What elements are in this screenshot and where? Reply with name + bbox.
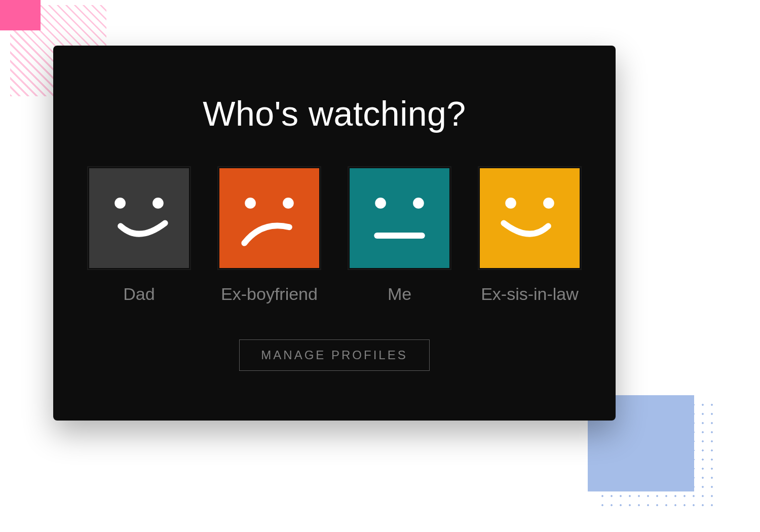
avatar-wrapper (348, 166, 451, 270)
avatar-wrapper (87, 166, 191, 270)
avatar-wrapper (217, 166, 321, 270)
profile-name-label: Me (388, 284, 411, 304)
neutral-face-icon (350, 168, 449, 268)
svg-point-3 (283, 198, 294, 209)
profile-item-ex-sis-in-law[interactable]: Ex-sis-in-law (478, 166, 582, 304)
avatar-wrapper (478, 166, 582, 270)
profile-name-label: Dad (123, 284, 155, 304)
svg-point-1 (153, 198, 164, 209)
svg-point-4 (375, 198, 386, 209)
profile-name-label: Ex-boyfriend (221, 284, 318, 304)
frown-face-icon (219, 168, 319, 268)
profile-item-ex-boyfriend[interactable]: Ex-boyfriend (217, 166, 321, 304)
svg-point-8 (543, 198, 554, 209)
profile-item-dad[interactable]: Dad (87, 166, 191, 304)
smile-face-icon (480, 168, 580, 268)
background-pink-square (0, 0, 41, 30)
svg-point-7 (505, 198, 516, 209)
svg-point-0 (115, 198, 126, 209)
smile-face-icon (89, 168, 189, 268)
profile-item-me[interactable]: Me (348, 166, 451, 304)
manage-profiles-button[interactable]: MANAGE PROFILES (239, 339, 429, 371)
profile-selector-card: Who's watching? Dad (53, 46, 616, 421)
svg-point-5 (413, 198, 424, 209)
profile-name-label: Ex-sis-in-law (481, 284, 579, 304)
svg-point-2 (245, 198, 256, 209)
profiles-row: Dad Ex-boyfriend (87, 166, 582, 304)
page-title: Who's watching? (203, 94, 466, 133)
